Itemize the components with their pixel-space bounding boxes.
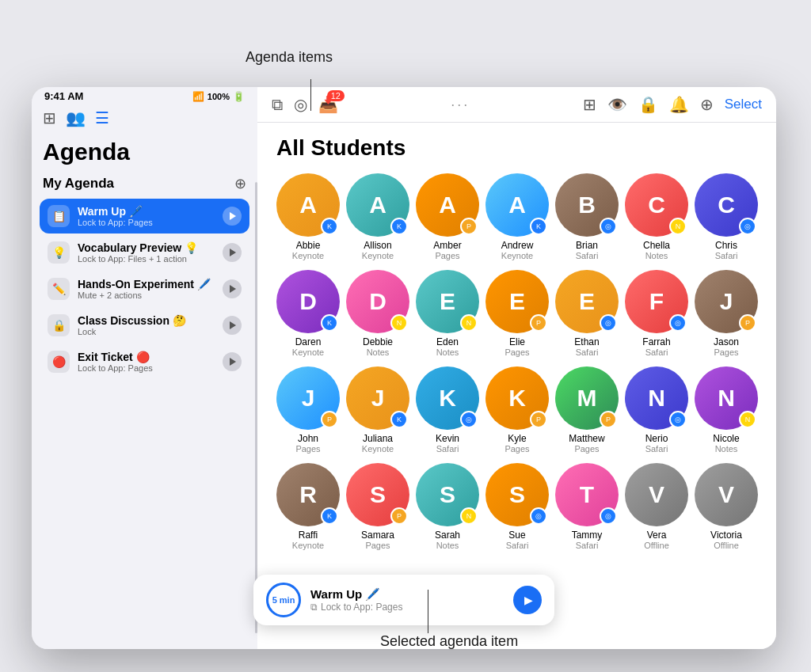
student-name: Abbie [296,240,321,251]
agenda-title: Agenda [43,139,246,165]
status-time: 9:41 AM [44,90,83,102]
student-item[interactable]: S ◎ Sue Safari [485,463,549,550]
student-app-badge: ◎ [530,507,547,525]
student-avatar-wrap: J P [695,270,758,333]
selected-agenda-item-annotation: Selected agenda item [380,633,518,650]
agenda-item-icon: 📋 [48,205,70,227]
student-item[interactable]: V Vera Offline [625,463,688,550]
agenda-item-play[interactable] [223,316,242,335]
student-app-badge: P [530,314,547,332]
agenda-items-annotation: Agenda items [246,49,333,66]
agenda-item-icon: 💡 [48,241,70,264]
student-app: Safari [576,541,599,550]
student-app: Keynote [292,541,324,550]
student-item[interactable]: A K Andrew Keynote [485,173,549,260]
student-item[interactable]: K P Kyle Pages [485,366,549,454]
student-avatar-wrap: E ◎ [555,270,619,333]
hide-icon[interactable]: 👁️ [607,95,627,114]
sidebar-toggle-icon[interactable]: ⊞ [43,108,56,127]
student-item[interactable]: E P Elie Pages [485,270,549,357]
agenda-item-warm-up[interactable]: 📋 Warm Up 🖊️ Lock to App: Pages [40,199,249,233]
agenda-item-play[interactable] [223,207,242,226]
student-app-badge: N [669,218,687,235]
agenda-item-play[interactable] [223,243,242,262]
student-item[interactable]: J P Jason Pages [695,270,758,357]
agenda-item-play[interactable] [223,352,242,371]
compass-icon[interactable]: ◎ [294,95,307,114]
my-agenda-more-icon[interactable]: ⊕ [234,175,246,192]
list-icon[interactable]: ☰ [95,108,109,127]
agenda-item-exit-ticket[interactable]: 🔴 Exit Ticket 🔴 Lock to App: Pages [40,344,249,379]
student-name: Kyle [508,433,526,444]
student-app-badge: ◎ [600,314,617,332]
student-app-badge: P [321,411,338,428]
student-app-badge: ◎ [600,507,617,525]
student-app-badge: ◎ [739,218,756,235]
student-item[interactable]: A K Abbie Keynote [276,173,340,260]
layers-icon[interactable]: ⧉ [272,96,283,114]
student-app: Safari [715,251,738,260]
student-name: Chella [643,240,670,251]
student-avatar-wrap: J K [346,366,409,430]
student-avatar-wrap: T ◎ [555,463,619,526]
agenda-item-hands-on[interactable]: ✏️ Hands-On Experiment 🖊️ Mute + 2 actio… [40,271,249,306]
student-app-badge: P [390,507,408,525]
status-right: 📶 100% 🔋 [192,90,245,102]
agenda-item-content: Hands-On Experiment 🖊️ Mute + 2 actions [78,278,223,300]
student-item[interactable]: A P Amber Pages [416,173,479,260]
agenda-item-subtitle: Lock to App: Pages [78,218,223,227]
student-avatar-wrap: E P [485,270,549,333]
student-avatar-wrap: F ◎ [625,270,688,333]
student-app-badge: N [390,314,408,332]
student-app-badge: ◎ [669,314,687,332]
student-item[interactable]: A K Allison Keynote [346,173,409,260]
bottom-bar-title: Warm Up 🖊️ [310,587,504,602]
student-app: Safari [576,251,599,260]
student-app-badge: K [390,411,408,428]
lock-icon[interactable]: 🔒 [638,95,658,114]
student-name: Samara [361,530,394,541]
annotation-line-1 [310,79,311,111]
grid-icon[interactable]: ⊞ [583,95,596,114]
student-item[interactable]: J P John Pages [276,366,340,454]
student-avatar: V [625,463,688,526]
student-app: Notes [436,541,459,550]
agenda-item-play[interactable] [223,279,242,298]
student-item[interactable]: F ◎ Farrah Safari [625,270,688,357]
agenda-item-class-discussion[interactable]: 🔒 Class Discussion 🤔 Lock [40,308,249,343]
student-item[interactable]: S N Sarah Notes [416,463,479,550]
student-item[interactable]: E N Eden Notes [416,270,479,357]
contacts-icon[interactable]: 👥 [66,108,86,127]
student-item[interactable]: D N Debbie Notes [346,270,409,357]
student-avatar-wrap: E N [416,270,479,333]
student-app-badge: ◎ [669,411,687,428]
toolbar-center: ··· [338,97,583,113]
student-item[interactable]: C ◎ Chris Safari [695,173,758,260]
student-item[interactable]: T ◎ Tammy Safari [555,463,619,550]
more-dots[interactable]: ··· [451,97,470,113]
student-item[interactable]: C N Chella Notes [625,173,688,260]
bottom-bar-play-button[interactable]: ▶ [513,586,542,614]
select-button[interactable]: Select [725,97,762,112]
student-item[interactable]: N N Nicole Notes [695,366,758,454]
student-item[interactable]: V Victoria Offline [695,463,758,550]
timer-circle: 5 min [266,583,301,617]
student-item[interactable]: D K Daren Keynote [276,270,340,357]
student-item[interactable]: S P Samara Pages [346,463,409,550]
student-item[interactable]: B ◎ Brian Safari [555,173,619,260]
student-item[interactable]: K ◎ Kevin Safari [416,366,479,454]
agenda-item-content: Class Discussion 🤔 Lock [78,314,223,336]
student-name: Vera [647,530,667,541]
student-item[interactable]: M P Matthew Pages [555,366,619,454]
mute-icon[interactable]: 🔔 [669,95,689,114]
more-icon[interactable]: ⊕ [700,95,714,114]
student-avatar-wrap: S ◎ [485,463,549,526]
agenda-item-vocab[interactable]: 💡 Vocabulary Preview 💡 Lock to App: File… [40,235,249,270]
student-app: Notes [367,347,390,357]
student-item[interactable]: J K Juliana Keynote [346,366,409,454]
student-item[interactable]: N ◎ Nerio Safari [625,366,688,454]
student-name: Andrew [501,240,534,251]
student-item[interactable]: E ◎ Ethan Safari [555,270,619,357]
play-triangle [230,358,236,366]
student-item[interactable]: R K Raffi Keynote [276,463,340,550]
